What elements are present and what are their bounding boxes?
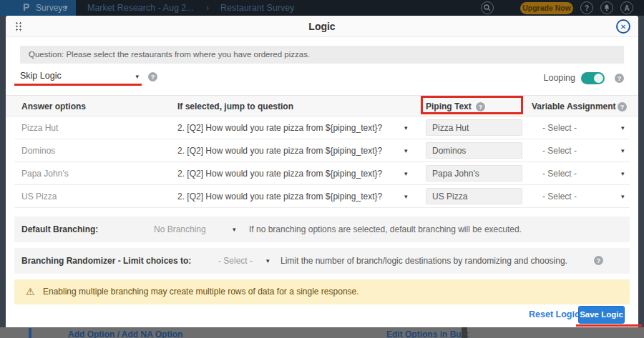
warning-triangle-icon: ⚠ xyxy=(26,286,35,297)
looping-help-icon[interactable]: ? xyxy=(615,74,624,83)
chevron-down-icon: ▾ xyxy=(135,73,139,80)
variable-assignment-dropdown[interactable]: - Select - xyxy=(542,185,577,208)
branching-randomizer-section: Branching Randomizer - Limit choices to:… xyxy=(14,248,630,274)
chevron-down-icon[interactable]: ▾ xyxy=(404,124,408,131)
bell-glyph xyxy=(603,4,610,12)
screen: P Surveys ▾ Market Research - Aug 2... ›… xyxy=(0,0,644,338)
chevron-down-icon[interactable]: ▾ xyxy=(621,170,625,177)
modal-title: Logic xyxy=(6,16,638,37)
dimmed-page-right-edge xyxy=(638,16,644,338)
logic-type-dropdown[interactable]: Skip Logic ▾ xyxy=(14,69,142,84)
default-branching-dropdown[interactable]: No Branching xyxy=(154,217,206,242)
breadcrumb-separator-icon: › xyxy=(206,3,209,13)
question-context-bar: Question: Please select the restaurants … xyxy=(20,46,624,64)
question-text: Question: Please select the restaurants … xyxy=(29,50,310,59)
add-option-link[interactable]: Add Option / Add NA Option xyxy=(68,329,182,338)
default-branching-note: If no branching options are selected, de… xyxy=(249,217,522,242)
chevron-down-icon[interactable]: ▾ xyxy=(621,193,625,200)
chevron-down-icon[interactable]: ▾ xyxy=(621,124,625,131)
annotation-underline-save-logic xyxy=(576,324,642,327)
top-navigation-bar: P Surveys ▾ Market Research - Aug 2... ›… xyxy=(0,0,644,16)
annotation-box-piping-text xyxy=(421,96,523,114)
looping-toggle[interactable] xyxy=(581,72,605,84)
branching-randomizer-label: Branching Randomizer - Limit choices to: xyxy=(21,248,191,274)
randomizer-help-icon[interactable]: ? xyxy=(594,256,603,265)
logic-type-help-icon[interactable]: ? xyxy=(148,72,157,81)
answer-option-label: Pizza Hut xyxy=(21,116,58,139)
header-answer-options: Answer options xyxy=(21,96,86,117)
chevron-down-icon[interactable]: ▾ xyxy=(233,226,236,233)
variable-assignment-help-icon[interactable]: ? xyxy=(618,102,627,111)
table-row: US Pizza 2. [Q2] How would you rate pizz… xyxy=(14,185,630,208)
default-branching-label: Default Branching: xyxy=(21,217,98,242)
table-row: Dominos 2. [Q2] How would you rate pizza… xyxy=(14,139,630,162)
annotation-underline-skip-logic xyxy=(14,84,142,86)
dimmed-page-bottom: Add Option / Add NA Option Edit Options … xyxy=(0,327,644,338)
jump-question-dropdown[interactable]: 2. [Q2] How would you rate pizza from ${… xyxy=(177,116,382,139)
answer-option-label: Papa John's xyxy=(21,162,69,185)
chevron-down-icon[interactable]: ▾ xyxy=(621,147,625,154)
warning-text: Enabling multiple branching may create m… xyxy=(43,279,359,304)
table-row: Pizza Hut 2. [Q2] How would you rate piz… xyxy=(14,116,630,139)
chevron-down-icon[interactable]: ▾ xyxy=(266,257,270,264)
chevron-down-icon[interactable]: ▾ xyxy=(404,147,408,154)
upgrade-now-button[interactable]: Upgrade Now xyxy=(520,2,573,14)
table-row: Papa John's 2. [Q2] How would you rate p… xyxy=(14,162,630,185)
branching-randomizer-note: Limit the number of branch/logic destina… xyxy=(280,248,567,274)
chevron-down-icon: ▾ xyxy=(64,4,68,11)
header-jump-to-question: If selected, jump to question xyxy=(177,96,293,117)
header-variable-assignment: Variable Assignment xyxy=(532,96,616,117)
randomizer-limit-dropdown[interactable]: - Select - xyxy=(218,248,253,274)
jump-question-dropdown[interactable]: 2. [Q2] How would you rate pizza from ${… xyxy=(177,185,382,208)
product-menu-surveys[interactable]: Surveys xyxy=(36,3,67,13)
variable-assignment-dropdown[interactable]: - Select - xyxy=(542,162,577,185)
close-icon[interactable]: ✕ xyxy=(616,19,630,34)
save-logic-button[interactable]: Save Logic xyxy=(578,306,625,324)
piping-text-input[interactable] xyxy=(426,142,522,159)
question-selection-bar xyxy=(29,328,31,338)
variable-assignment-dropdown[interactable]: - Select - xyxy=(542,116,577,139)
page-divider xyxy=(462,327,467,338)
questionpro-logo-icon[interactable]: P xyxy=(23,1,29,13)
warning-banner: ⚠ Enabling multiple branching may create… xyxy=(14,279,630,304)
looping-label: Looping xyxy=(535,73,575,83)
breadcrumb-parent[interactable]: Market Research - Aug 2... xyxy=(87,3,194,13)
help-icon[interactable]: ? xyxy=(580,1,593,14)
piping-text-input[interactable] xyxy=(426,165,522,182)
chevron-down-icon[interactable]: ▾ xyxy=(404,193,408,200)
search-icon[interactable] xyxy=(481,1,494,14)
jump-question-dropdown[interactable]: 2. [Q2] How would you rate pizza from ${… xyxy=(177,139,382,162)
logic-modal: Logic ✕ Question: Please select the rest… xyxy=(6,16,638,327)
answer-option-label: US Pizza xyxy=(21,185,57,208)
default-branching-section: Default Branching: No Branching ▾ If no … xyxy=(14,217,630,242)
reset-logic-link[interactable]: Reset Logic xyxy=(529,309,580,319)
piping-text-input[interactable] xyxy=(426,119,522,136)
magnifier-glyph xyxy=(484,4,491,11)
toggle-knob xyxy=(594,74,603,83)
answer-option-label: Dominos xyxy=(21,139,55,162)
modal-header: Logic ✕ xyxy=(6,16,638,37)
piping-text-input[interactable] xyxy=(426,188,522,204)
variable-assignment-dropdown[interactable]: - Select - xyxy=(542,139,577,162)
logic-table-header: Answer options If selected, jump to ques… xyxy=(6,95,638,116)
jump-question-dropdown[interactable]: 2. [Q2] How would you rate pizza from ${… xyxy=(177,162,382,185)
breadcrumb-current: Restaurant Survey xyxy=(220,3,295,13)
edit-options-in-bulk-link[interactable]: Edit Options in Bulk xyxy=(386,329,469,338)
notifications-bell-icon[interactable] xyxy=(600,1,613,14)
brand-area: P Surveys ▾ xyxy=(0,0,76,16)
dimmed-page-left-edge xyxy=(0,16,6,338)
avatar[interactable]: A xyxy=(620,1,633,14)
chevron-down-icon[interactable]: ▾ xyxy=(404,170,408,177)
logic-type-value: Skip Logic xyxy=(20,71,62,81)
